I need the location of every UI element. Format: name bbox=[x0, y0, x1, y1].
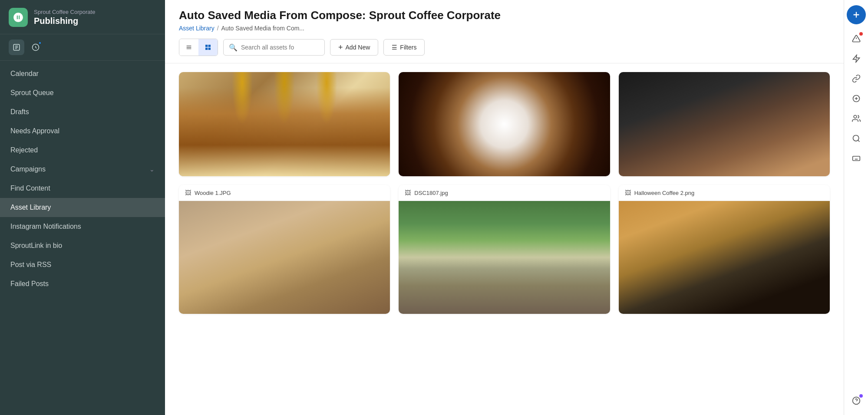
svg-marker-4 bbox=[853, 55, 859, 63]
add-new-button[interactable]: + Add New bbox=[330, 39, 378, 56]
compose-button[interactable] bbox=[847, 5, 866, 24]
help-icon[interactable] bbox=[847, 392, 865, 410]
sidebar-icon-notifications[interactable] bbox=[28, 40, 43, 55]
breadcrumb: Asset Library / Auto Saved Media from Co… bbox=[179, 25, 830, 32]
image-file-icon: 🖼 bbox=[185, 189, 191, 196]
search-box[interactable]: 🔍 bbox=[223, 39, 325, 56]
page-title: Auto Saved Media From Compose: Sprout Co… bbox=[179, 9, 830, 22]
asset-card-header: 🖼 DSC1807.jpg bbox=[399, 185, 610, 201]
main-header: Auto Saved Media From Compose: Sprout Co… bbox=[165, 0, 844, 63]
search-icon-right[interactable] bbox=[847, 129, 865, 148]
image-file-icon: 🖼 bbox=[625, 189, 631, 196]
filter-icon: ☰ bbox=[392, 44, 397, 51]
sidebar-item-needs-approval[interactable]: Needs Approval bbox=[0, 122, 165, 141]
app-name: Publishing bbox=[34, 16, 95, 26]
svg-rect-9 bbox=[852, 156, 860, 161]
asset-thumbnail bbox=[619, 72, 830, 176]
toolbar: 🔍 + Add New ☰ Filters bbox=[179, 39, 830, 63]
asset-card bbox=[179, 72, 390, 176]
sidebar-item-failed-posts[interactable]: Failed Posts bbox=[0, 274, 165, 293]
svg-point-7 bbox=[853, 135, 858, 141]
org-name: Sprout Coffee Corporate bbox=[34, 9, 95, 16]
asset-grid: 🖼 Woodie 1.JPG 🖼 DSC1807.jpg 🖼 Halloween… bbox=[165, 63, 844, 415]
sidebar-header: Sprout Coffee Corporate Publishing bbox=[0, 0, 165, 34]
svg-point-6 bbox=[854, 115, 857, 119]
sidebar-item-instagram-notifications[interactable]: Instagram Notifications bbox=[0, 217, 165, 236]
keyboard-icon[interactable] bbox=[847, 149, 865, 168]
asset-card bbox=[619, 72, 830, 176]
sidebar-icon-compose[interactable] bbox=[9, 40, 24, 55]
grid-view-button[interactable] bbox=[198, 39, 218, 56]
asset-card: 🖼 Woodie 1.JPG bbox=[179, 185, 390, 314]
asset-card-header: 🖼 Halloween Coffee 2.png bbox=[619, 185, 830, 201]
search-icon: 🔍 bbox=[229, 43, 238, 52]
sidebar-item-find-content[interactable]: Find Content bbox=[0, 179, 165, 198]
sidebar-item-asset-library[interactable]: Asset Library bbox=[0, 198, 165, 217]
link-icon[interactable] bbox=[847, 69, 865, 88]
breadcrumb-separator: / bbox=[217, 25, 219, 32]
asset-thumbnail bbox=[179, 201, 390, 314]
asset-thumbnail bbox=[619, 201, 830, 314]
add-circle-icon[interactable] bbox=[847, 89, 865, 108]
view-toggle bbox=[179, 39, 218, 56]
activity-icon[interactable] bbox=[847, 49, 865, 68]
sidebar-item-campaigns[interactable]: Campaigns ⌄ bbox=[0, 160, 165, 179]
breadcrumb-asset-library[interactable]: Asset Library bbox=[179, 25, 215, 32]
sidebar-title-block: Sprout Coffee Corporate Publishing bbox=[34, 9, 95, 26]
asset-card-header: 🖼 Woodie 1.JPG bbox=[179, 185, 390, 201]
asset-card: 🖼 Halloween Coffee 2.png bbox=[619, 185, 830, 314]
right-sidebar bbox=[844, 0, 868, 415]
app-logo bbox=[9, 8, 28, 27]
sidebar-icons-row bbox=[0, 34, 165, 61]
filters-button[interactable]: ☰ Filters bbox=[383, 39, 425, 56]
team-icon[interactable] bbox=[847, 109, 865, 128]
sidebar-item-drafts[interactable]: Drafts bbox=[0, 102, 165, 122]
asset-filename: Woodie 1.JPG bbox=[195, 190, 231, 196]
asset-filename: Halloween Coffee 2.png bbox=[634, 190, 695, 196]
asset-card bbox=[399, 72, 610, 176]
sidebar-item-sprout-queue[interactable]: Sprout Queue bbox=[0, 83, 165, 102]
chevron-down-icon: ⌄ bbox=[149, 166, 155, 173]
sidebar-item-post-via-rss[interactable]: Post via RSS bbox=[0, 255, 165, 274]
image-file-icon: 🖼 bbox=[405, 189, 411, 196]
breadcrumb-current: Auto Saved Media from Com... bbox=[221, 25, 304, 32]
alerts-icon[interactable] bbox=[847, 30, 865, 48]
svg-line-8 bbox=[858, 140, 859, 142]
asset-filename: DSC1807.jpg bbox=[414, 190, 448, 196]
asset-thumbnail bbox=[399, 201, 610, 314]
search-input[interactable] bbox=[241, 44, 319, 51]
asset-thumbnail bbox=[399, 72, 610, 176]
sidebar-item-sproutlink-in-bio[interactable]: SproutLink in bio bbox=[0, 236, 165, 255]
list-view-button[interactable] bbox=[179, 39, 198, 56]
left-sidebar: Sprout Coffee Corporate Publishing Calen… bbox=[0, 0, 165, 415]
asset-card: 🖼 DSC1807.jpg bbox=[399, 185, 610, 314]
sidebar-item-calendar[interactable]: Calendar bbox=[0, 64, 165, 83]
asset-thumbnail bbox=[179, 72, 390, 176]
sidebar-nav: Calendar Sprout Queue Drafts Needs Appro… bbox=[0, 61, 165, 297]
plus-icon: + bbox=[338, 43, 343, 52]
main-content: Auto Saved Media From Compose: Sprout Co… bbox=[165, 0, 844, 415]
sidebar-item-rejected[interactable]: Rejected bbox=[0, 141, 165, 160]
